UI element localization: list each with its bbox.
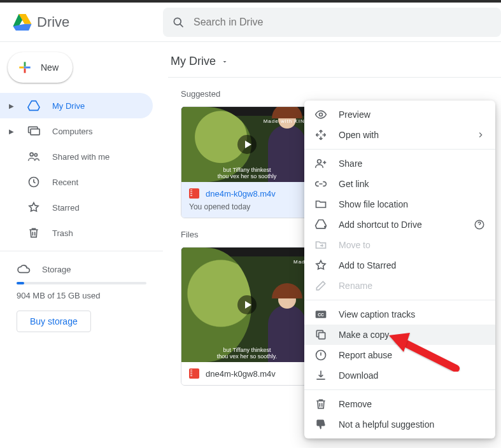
search-input[interactable] <box>194 17 492 28</box>
ctx-show-location[interactable]: Show file location <box>304 194 495 214</box>
ctx-label: Make a copy <box>339 330 389 340</box>
suggested-card[interactable]: Made with KINE but Tiffany thinkestthou … <box>181 106 313 218</box>
thumbnail-watermark: Made with KINE <box>264 118 309 124</box>
sidebar: New ▶ My Drive ▶ Computers <box>0 42 163 448</box>
sidebar-item-shared[interactable]: Shared with me <box>0 144 153 169</box>
dropdown-icon <box>221 58 229 66</box>
ctx-not-helpful[interactable]: Not a helpful suggestion <box>304 414 495 435</box>
storage-bar <box>17 282 146 284</box>
svg-rect-13 <box>319 333 325 339</box>
plus-icon <box>17 59 33 76</box>
folder-icon <box>314 198 327 211</box>
svg-point-8 <box>320 113 323 116</box>
ctx-preview[interactable]: Preview <box>304 104 495 125</box>
file-card[interactable]: Made but Tiffany thinkestthou vex her so… <box>181 247 313 386</box>
trash-icon <box>314 398 327 410</box>
people-icon <box>27 151 41 162</box>
clock-icon <box>27 176 41 188</box>
ctx-download[interactable]: Download <box>304 365 495 386</box>
ctx-rename: Rename <box>304 276 495 296</box>
help-icon[interactable] <box>474 219 485 230</box>
file-thumbnail[interactable]: Made but Tiffany thinkestthou vex her so… <box>181 248 313 362</box>
brand[interactable]: Drive <box>0 14 163 31</box>
svg-line-1 <box>180 24 183 27</box>
pencil-icon <box>314 279 327 292</box>
drive-icon <box>27 100 41 111</box>
sidebar-item-label: Starred <box>52 203 80 213</box>
storage-fill <box>17 282 24 284</box>
video-file-icon <box>189 188 199 199</box>
ctx-add-shortcut[interactable]: Add shortcut to Drive <box>304 214 495 235</box>
buy-storage-button[interactable]: Buy storage <box>17 311 91 332</box>
file-subtitle: You opened today <box>189 202 305 211</box>
ctx-label: Not a helpful suggestion <box>339 419 434 430</box>
caret-right-icon: ▶ <box>8 128 15 135</box>
sidebar-item-recent[interactable]: Recent <box>0 169 153 195</box>
app-name: Drive <box>37 14 69 31</box>
new-button[interactable]: New <box>8 52 73 83</box>
open-with-icon <box>314 129 327 141</box>
move-icon <box>314 239 327 251</box>
ctx-report-abuse[interactable]: Report abuse <box>304 345 495 365</box>
star-icon <box>27 201 41 214</box>
thumbnail-subtitle-overlay: but Tiffany thinkestthou vex her so soot… <box>217 347 277 360</box>
thumb-down-icon <box>314 418 327 431</box>
ctx-label: Add shortcut to Drive <box>339 220 422 230</box>
ctx-label: Get link <box>339 179 369 189</box>
ctx-move-to: Move to <box>304 235 495 255</box>
play-icon <box>237 295 257 314</box>
sidebar-item-label: Computers <box>52 127 93 136</box>
storage-section: Storage 904 MB of 15 GB used Buy storage <box>0 256 163 332</box>
alert-icon <box>314 349 327 361</box>
star-icon <box>314 259 327 272</box>
copy-icon <box>314 328 327 341</box>
storage-label: Storage <box>42 265 71 274</box>
ctx-label: View caption tracks <box>339 309 415 319</box>
ctx-label: Report abuse <box>339 350 392 360</box>
ctx-share[interactable]: Share <box>304 153 495 174</box>
sidebar-item-label: My Drive <box>52 101 85 111</box>
file-thumbnail[interactable]: Made with KINE but Tiffany thinkestthou … <box>181 107 313 182</box>
download-icon <box>314 369 327 382</box>
sidebar-item-trash[interactable]: Trash <box>0 220 153 246</box>
ctx-remove[interactable]: Remove <box>304 394 495 414</box>
ctx-label: Remove <box>339 399 372 409</box>
svg-rect-2 <box>24 67 26 69</box>
eye-icon <box>314 108 327 121</box>
ctx-add-starred[interactable]: Add to Starred <box>304 255 495 276</box>
sidebar-nav: ▶ My Drive ▶ Computers Shared with me <box>0 93 163 246</box>
ctx-label: Rename <box>339 281 372 291</box>
ctx-caption-tracks[interactable]: CC View caption tracks <box>304 304 495 325</box>
cloud-icon <box>17 264 31 274</box>
ctx-get-link[interactable]: Get link <box>304 174 495 194</box>
trash-icon <box>27 227 41 239</box>
ctx-make-copy[interactable]: Make a copy <box>304 325 495 345</box>
link-icon <box>314 178 327 190</box>
file-name: dne4m-k0gw8.m4v <box>206 369 276 379</box>
sidebar-item-label: Recent <box>52 178 78 187</box>
storage-text: 904 MB of 15 GB used <box>17 291 146 300</box>
file-name: dne4m-k0gw8.m4v <box>206 189 276 199</box>
person-add-icon <box>314 157 327 170</box>
ctx-label: Open with <box>339 130 379 140</box>
sidebar-item-computers[interactable]: ▶ Computers <box>0 118 153 144</box>
sidebar-item-label: Shared with me <box>52 152 109 162</box>
ctx-label: Add to Starred <box>339 260 396 270</box>
search-bar[interactable] <box>163 8 501 37</box>
new-button-label: New <box>41 62 59 73</box>
ctx-label: Show file location <box>339 199 408 209</box>
storage-header[interactable]: Storage <box>17 264 146 274</box>
breadcrumb-title: My Drive <box>171 55 216 68</box>
breadcrumb[interactable]: My Drive <box>168 52 501 78</box>
cc-icon: CC <box>314 309 327 319</box>
drive-logo-icon <box>13 14 32 31</box>
svg-rect-4 <box>31 129 39 135</box>
ctx-label: Preview <box>339 109 370 120</box>
app-header: Drive <box>0 3 501 42</box>
sidebar-item-starred[interactable]: Starred <box>0 195 153 220</box>
drive-add-icon <box>314 218 327 231</box>
ctx-open-with[interactable]: Open with <box>304 125 495 145</box>
ctx-label: Move to <box>339 240 370 250</box>
ctx-label: Download <box>339 370 378 381</box>
sidebar-item-my-drive[interactable]: ▶ My Drive <box>0 93 153 118</box>
